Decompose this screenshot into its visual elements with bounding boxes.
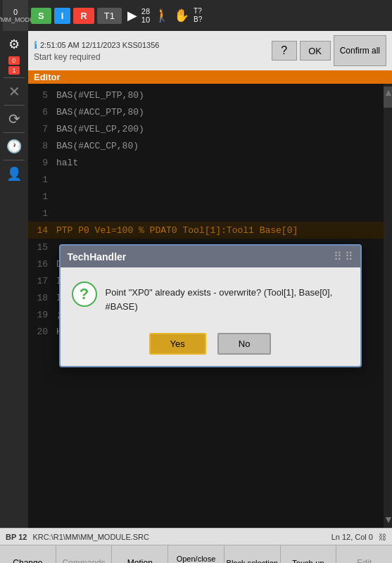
bottom-toolbar: Change Commands Motion Open/close fold B… [0, 545, 392, 563]
dialog-buttons: Yes No [61, 327, 360, 366]
sidebar-separator-2 [4, 105, 25, 106]
hand-sym: ✋ [174, 8, 189, 23]
run-icon: ▶ [127, 8, 137, 23]
close-icon: ✕ [8, 83, 20, 100]
sidebar-item-close[interactable]: ✕ [1, 81, 27, 102]
clock-icon: 🕐 [6, 139, 22, 154]
sidebar-separator-1 [4, 77, 25, 78]
sidebar-item-settings[interactable]: ⚙ [1, 34, 27, 55]
sidebar: ⚙ 0 1 ✕ ⟳ 🕐 👤 [0, 31, 28, 528]
sidebar-badge-1: 1 [8, 66, 20, 75]
count-group: 28 10 [141, 7, 150, 24]
info-left: ℹ 2:51:05 AM 12/11/2023 KSS01356 Start k… [34, 39, 159, 62]
btn-s[interactable]: S [31, 8, 51, 24]
count-bot: 10 [141, 15, 150, 24]
content-area: ℹ 2:51:05 AM 12/11/2023 KSS01356 Start k… [28, 31, 392, 528]
info-buttons: ? OK Confirm all [272, 35, 386, 66]
bp-label: BP 12 [6, 533, 27, 541]
run-icon-group: ▶ [127, 8, 137, 23]
grid-icon-2: ⠿ [345, 250, 353, 263]
no-button[interactable]: No [217, 333, 272, 355]
dialog-message: Point "XP0" already exists - overwrite? … [106, 282, 349, 313]
sidebar-separator-4 [4, 160, 25, 160]
editor-title: Editor [34, 72, 61, 82]
count-top: 28 [141, 7, 150, 15]
robot-number: 0 [13, 8, 18, 16]
block-selection-button[interactable]: Block selection [225, 545, 281, 564]
walk-sym: 🚶 [154, 8, 170, 23]
btn-t1[interactable]: T1 [97, 8, 122, 24]
tb-icon: T?B? [194, 7, 202, 24]
refresh-icon: ⟳ [8, 110, 20, 127]
link-icon: ⛓ [379, 533, 386, 541]
sidebar-item-refresh[interactable]: ⟳ [1, 108, 27, 129]
dialog-title-bar: TechHandler ⠿ ⠿ [61, 246, 360, 267]
tb-sym: T?B? [194, 7, 202, 24]
dialog-box: TechHandler ⠿ ⠿ ? Point "XP0" already ex… [59, 244, 362, 367]
yes-button[interactable]: Yes [149, 333, 206, 355]
dialog-title-icons: ⠿ ⠿ [334, 250, 353, 263]
commands-button[interactable]: Commands [56, 545, 113, 564]
hand-icon: ✋ [174, 8, 189, 23]
open-close-fold-button[interactable]: Open/close fold [168, 545, 225, 564]
btn-i[interactable]: I [54, 8, 71, 24]
sidebar-badge-0: 0 [8, 56, 20, 65]
user-icon: 👤 [6, 166, 22, 182]
grid-icon-1: ⠿ [334, 250, 342, 263]
info-time: ℹ 2:51:05 AM 12/11/2023 KSS01356 [34, 39, 159, 51]
sidebar-separator-3 [4, 132, 25, 133]
robot-info: 0 /R1/MM_MODULE [3, 0, 28, 31]
status-bar: BP 12 KRC:\R1\MM\MM_MODULE.SRC Ln 12, Co… [0, 528, 392, 545]
info-icon: ℹ [34, 39, 37, 51]
sidebar-item-user[interactable]: 👤 [1, 163, 27, 184]
main-layout: ⚙ 0 1 ✕ ⟳ 🕐 👤 ℹ 2:51 [0, 31, 392, 528]
gear-icon: ⚙ [8, 37, 20, 52]
edit-button[interactable]: Edit [336, 545, 392, 564]
timestamp: 2:51:05 AM 12/11/2023 KSS01356 [40, 41, 159, 49]
editor-body[interactable]: 5 BAS(#VEL_PTP,80) 6 BAS(#ACC_PTP,80) 7 … [28, 84, 392, 528]
cursor-position: Ln 12, Col 0 [331, 533, 373, 541]
sidebar-item-clock[interactable]: 🕐 [1, 136, 27, 157]
dialog-question-icon: ? [72, 282, 97, 307]
info-bar: ℹ 2:51:05 AM 12/11/2023 KSS01356 Start k… [28, 31, 392, 70]
dialog-overlay: TechHandler ⠿ ⠿ ? Point "XP0" already ex… [28, 84, 392, 528]
info-message: Start key required [34, 52, 159, 62]
motion-button[interactable]: Motion [112, 545, 168, 564]
ok-button[interactable]: OK [300, 41, 331, 61]
top-icons: ▶ 28 10 🚶 ✋ T?B? [127, 7, 202, 24]
btn-r[interactable]: R [73, 8, 94, 24]
walk-icon: 🚶 [154, 8, 170, 23]
top-bar: 0 /R1/MM_MODULE S I R T1 ▶ 28 10 🚶 ✋ T?B… [0, 0, 392, 31]
confirm-all-button[interactable]: Confirm all [334, 35, 386, 66]
touch-up-button[interactable]: Touch-up [281, 545, 337, 564]
file-path: KRC:\R1\MM\MM_MODULE.SRC [32, 533, 325, 541]
dialog-title: TechHandler [68, 251, 127, 262]
editor-header: Editor [28, 70, 392, 84]
dialog-body: ? Point "XP0" already exists - overwrite… [61, 267, 360, 327]
change-button[interactable]: Change [0, 545, 56, 564]
question-button[interactable]: ? [272, 41, 297, 61]
